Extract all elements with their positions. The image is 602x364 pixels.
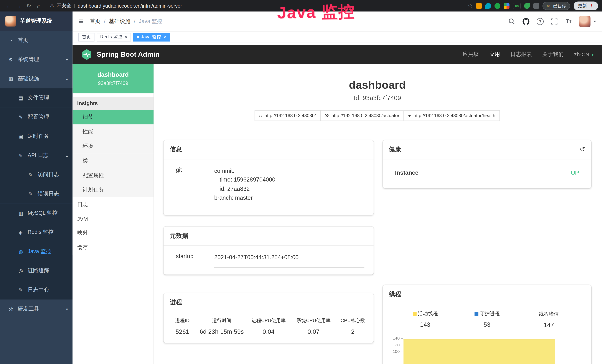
sba-item-jvm[interactable]: JVM: [73, 212, 153, 226]
actuator-url-link[interactable]: ⚒ http://192.168.0.2:48080/actuator: [320, 110, 404, 121]
tab-java-monitor[interactable]: Java 监控 ×: [133, 33, 170, 41]
metadata-card-title: 元数据: [163, 227, 374, 246]
sba-nav-wallboard[interactable]: 应用墙: [463, 51, 479, 58]
sidebar-item-dev-tools[interactable]: ⚒ 研发工具 ▾: [0, 300, 73, 319]
extension-icon-1[interactable]: [476, 3, 482, 9]
extension-icon-6[interactable]: [524, 3, 530, 9]
sba-nav-journal[interactable]: 日志报表: [510, 51, 532, 58]
address-bar[interactable]: ⚠ 不安全 | dashboard.yudao.iocoder.cn/infra…: [50, 2, 468, 9]
sidebar-item-system-management[interactable]: ⚙ 系统管理 ▾: [0, 50, 73, 69]
service-url-link[interactable]: ⌂ http://192.168.0.2:48080/: [255, 110, 321, 121]
header-actions: ? TT ▾: [508, 16, 596, 27]
search-icon[interactable]: [508, 17, 516, 25]
health-url-link[interactable]: ♥ http://192.168.0.2:48080/actuator/heal…: [404, 110, 500, 121]
help-icon[interactable]: ?: [536, 17, 544, 25]
sba-nav-about[interactable]: 关于我们: [542, 51, 564, 58]
page-title: dashboard: [163, 79, 591, 91]
security-label: 不安全: [57, 2, 71, 9]
tab-home[interactable]: 首页: [78, 33, 94, 41]
forward-icon[interactable]: →: [14, 2, 24, 9]
app-logo[interactable]: 芋道管理系统: [0, 11, 73, 31]
github-icon[interactable]: [522, 17, 530, 25]
home-icon[interactable]: ⌂: [34, 2, 44, 9]
redis-icon: ◈: [18, 229, 24, 235]
tab-redis-monitor[interactable]: Redis 监控 ×: [97, 33, 131, 41]
threads-card-title: 线程: [383, 285, 591, 304]
fullscreen-icon[interactable]: [550, 17, 558, 25]
sidebar-item-config-management[interactable]: ✎ 配置管理: [0, 107, 73, 127]
metadata-startup-row: startup 2021-04-27T00:44:31.254+08:00: [163, 246, 374, 268]
sidebar-item-log-center[interactable]: ✎ 日志中心: [0, 280, 73, 300]
sidebar-item-mysql-monitor[interactable]: ▥ MySQL 监控: [0, 203, 73, 223]
sidebar-item-file-management[interactable]: ▤ 文件管理: [0, 88, 73, 107]
active-threads-value: 143: [394, 321, 456, 328]
wrench-icon: ⚒: [325, 113, 329, 118]
breadcrumb-infrastructure[interactable]: 基础设施: [109, 18, 139, 25]
process-value: 5261: [167, 328, 197, 335]
sba-item-environment[interactable]: 环境: [73, 139, 153, 154]
sba-brand[interactable]: Spring Boot Admin: [81, 49, 160, 60]
sba-insights-header[interactable]: Insights: [73, 97, 153, 110]
process-value: 6d 23h 15m 59s: [197, 328, 246, 335]
browser-menu-icon[interactable]: ⋮: [589, 3, 594, 9]
legend-active-threads: 活动线程: [412, 310, 438, 317]
chrome-update-button[interactable]: 更新 ⋮: [574, 1, 598, 10]
extension-icon-7[interactable]: [533, 3, 539, 9]
sidebar-item-api-logs[interactable]: ✎ API 日志 ▴: [0, 146, 73, 165]
back-icon[interactable]: ←: [4, 2, 14, 9]
process-header: 进程ID: [167, 318, 197, 324]
java-icon: ◍: [18, 249, 24, 254]
user-avatar[interactable]: [579, 16, 591, 27]
file-icon: ▤: [18, 95, 24, 101]
sba-item-metrics[interactable]: 性能: [73, 124, 153, 139]
sidebar-item-home[interactable]: ◔ 首页: [0, 31, 73, 50]
sba-item-config-props[interactable]: 配置属性: [73, 168, 153, 183]
chart-y-axis: 140 120 100: [390, 335, 403, 364]
sba-instance-block[interactable]: dashboard 93a3fc7f7409: [73, 64, 153, 93]
blue-swatch: [474, 312, 478, 316]
tags-view: 首页 Redis 监控 × Java 监控 ×: [73, 32, 602, 43]
sidebar-item-trace[interactable]: ◎ 链路追踪: [0, 261, 73, 280]
sba-item-details[interactable]: 细节: [73, 110, 153, 124]
process-card-title: 进程: [163, 293, 374, 312]
paused-label: 已暂停: [553, 3, 566, 9]
sidebar-item-scheduled-jobs[interactable]: ▣ 定时任务: [0, 127, 73, 146]
sba-item-classes[interactable]: 类: [73, 153, 153, 168]
sidebar-item-java-monitor[interactable]: ◍ Java 监控: [0, 242, 73, 261]
instance-name: dashboard: [97, 71, 129, 78]
extension-icon-5[interactable]: on: [513, 2, 521, 9]
peak-threads-value: 147: [518, 322, 580, 329]
close-icon[interactable]: ×: [125, 35, 128, 39]
process-card: 进程 进程ID 5261 运行时间: [163, 293, 374, 343]
extension-icon-4[interactable]: [504, 3, 509, 9]
sidebar-item-infrastructure[interactable]: ▦ 基础设施 ▴: [0, 69, 73, 88]
chevron-up-icon: ▴: [66, 76, 68, 81]
profile-paused-badge[interactable]: ☺ 已暂停: [543, 2, 570, 10]
sidebar-item-error-logs[interactable]: ✎ 错误日志: [0, 184, 73, 203]
breadcrumb-home[interactable]: 首页: [90, 18, 109, 25]
status-badge: UP: [571, 169, 579, 176]
history-icon[interactable]: ↺: [580, 146, 585, 153]
edit-icon: ✎: [18, 114, 24, 120]
sidebar-item-access-logs[interactable]: ✎ 访问日志: [0, 165, 73, 184]
close-icon[interactable]: ×: [163, 35, 166, 39]
bookmark-star-icon[interactable]: ☆: [468, 2, 473, 9]
extension-icon-2[interactable]: [485, 3, 491, 9]
hamburger-icon[interactable]: ≡: [79, 17, 84, 26]
url-text: dashboard.yudao.iocoder.cn/infra/admin-s…: [78, 3, 182, 9]
spring-boot-admin: Spring Boot Admin 应用墙 应用 日志报表 关于我们 zh-CN…: [73, 45, 602, 364]
yellow-swatch: [412, 312, 416, 316]
active-dot: [137, 36, 139, 38]
sba-language-select[interactable]: zh-CN ▾: [574, 51, 593, 57]
sba-item-logging[interactable]: 日志: [73, 197, 153, 212]
sba-item-scheduled-tasks[interactable]: 计划任务: [73, 183, 153, 197]
sba-item-mappings[interactable]: 映射: [73, 226, 153, 240]
sba-item-caches[interactable]: 缓存: [73, 240, 153, 255]
reload-icon[interactable]: ↻: [24, 2, 34, 9]
sba-nav-links: 应用墙 应用 日志报表 关于我们 zh-CN ▾: [463, 51, 594, 58]
avatar-caret-icon[interactable]: ▾: [594, 19, 596, 23]
sba-nav-applications[interactable]: 应用: [489, 51, 500, 58]
extension-icon-3[interactable]: [495, 3, 500, 9]
font-size-icon[interactable]: TT: [565, 17, 572, 25]
sidebar-item-redis-monitor[interactable]: ◈ Redis 监控: [0, 223, 73, 242]
